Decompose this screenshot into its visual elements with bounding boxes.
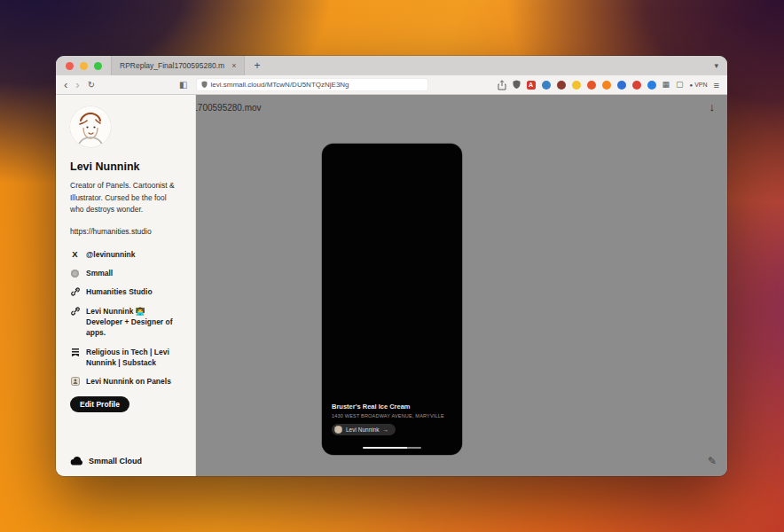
tab-bar: RPReplay_Final1700595280.m × + ▾ — [56, 56, 727, 75]
address-bar[interactable]: levi.smmall.cloud/MTcwN/DU5NTQzNjE3Ng — [196, 78, 428, 91]
footer-label: Smmall Cloud — [89, 457, 142, 466]
video-title: Bruster's Real Ice Cream — [332, 403, 455, 411]
metamask-icon[interactable] — [602, 81, 611, 90]
share-icon[interactable] — [498, 80, 506, 90]
panels-icon — [70, 377, 80, 387]
smmall-cloud-footer[interactable]: Smmall Cloud — [70, 457, 181, 466]
window-minimize-button[interactable] — [80, 62, 88, 70]
window-close-button[interactable] — [66, 62, 74, 70]
link-item-humanities[interactable]: Humanities Studio — [70, 286, 181, 297]
byline-name: Levi Nunnink — [346, 426, 380, 433]
media-viewer: RPReplay_Final1700595280.mov ↓ Bruster's… — [196, 95, 727, 476]
video-preview[interactable]: Bruster's Real Ice Cream 1430 WEST BROAD… — [322, 144, 462, 455]
link-item-x[interactable]: X @levinunnink — [70, 249, 181, 260]
link-label: Levi Nunnink 👨‍💻 Developer + Designer of… — [86, 306, 181, 339]
book-icon — [70, 347, 80, 356]
reload-button[interactable]: ↻ — [88, 81, 95, 90]
avatar — [70, 106, 111, 147]
link-label: Religious in Tech | Levi Nunnink | Subst… — [86, 347, 181, 369]
desktop: { "browser": { "tab_title": "RPReplay_Fi… — [0, 0, 784, 532]
browser-tab[interactable]: RPReplay_Final1700595280.m × — [111, 56, 245, 75]
byline-pill[interactable]: Levi Nunnink → — [332, 424, 396, 435]
browser-toolbar: ‹ › ↻ ◧ levi.smmall.cloud/MTcwN/DU5NTQzN… — [56, 75, 727, 95]
tab-overview-icon[interactable]: ▾ — [705, 56, 727, 75]
browser-window: RPReplay_Final1700595280.m × + ▾ ‹ › ↻ ◧… — [56, 56, 727, 476]
link-item-levi-site[interactable]: Levi Nunnink 👨‍💻 Developer + Designer of… — [70, 306, 181, 339]
back-button[interactable]: ‹ — [64, 79, 67, 90]
link-label: Smmall — [86, 268, 113, 278]
grid-icon[interactable]: ▦ — [662, 81, 670, 89]
traffic-lights — [56, 56, 111, 75]
download-icon[interactable]: ↓ — [710, 100, 716, 113]
brave-shield-icon[interactable] — [513, 80, 521, 90]
window-zoom-button[interactable] — [94, 62, 102, 70]
profile-bio: Creator of Panels. Cartoonist & Illustra… — [70, 180, 181, 216]
link-icon — [70, 287, 80, 297]
profile-sidebar: Levi Nunnink Creator of Panels. Cartooni… — [56, 95, 196, 476]
toolbar-right-cluster: A ▦ ▢ ● VPN ≡ — [498, 80, 719, 90]
extension-icon-orange[interactable] — [587, 81, 596, 90]
extension-icon-yellow[interactable] — [572, 81, 581, 90]
vpn-button[interactable]: ● VPN — [690, 82, 708, 88]
sidebar-toggle-icon[interactable]: ◧ — [179, 80, 187, 90]
link-item-substack[interactable]: Religious in Tech | Levi Nunnink | Subst… — [70, 347, 181, 369]
window-icon[interactable]: ▢ — [676, 81, 684, 89]
vpn-status-icon: ● — [690, 82, 694, 88]
vpn-label: VPN — [694, 82, 707, 88]
adguard-icon[interactable]: A — [527, 81, 536, 90]
edit-pencil-icon[interactable]: ✎ — [708, 455, 717, 467]
extension-icon-blue1[interactable] — [542, 81, 551, 90]
extension-icon-blue2[interactable] — [617, 81, 626, 90]
video-caption: Bruster's Real Ice Cream 1430 WEST BROAD… — [332, 403, 455, 437]
x-icon: X — [70, 249, 80, 259]
forward-button[interactable]: › — [75, 79, 79, 90]
byline-avatar — [334, 426, 342, 434]
tab-close-icon[interactable]: × — [231, 61, 236, 70]
extension-icon-maroon[interactable] — [557, 81, 566, 90]
extension-icon-red[interactable] — [632, 81, 641, 90]
link-label: Humanities Studio — [86, 286, 153, 297]
video-subtitle: 1430 WEST BROADWAY AVENUE, MARYVILLE — [332, 413, 455, 419]
smmall-icon — [70, 269, 80, 278]
extension-icon-blue3[interactable] — [647, 81, 656, 90]
profile-website-link[interactable]: https://humanities.studio — [70, 227, 181, 236]
edit-profile-button[interactable]: Edit Profile — [70, 396, 129, 412]
profile-links: X @levinunnink Smmall Humanities Studio — [70, 249, 181, 387]
page-content: Levi Nunnink Creator of Panels. Cartooni… — [56, 95, 727, 476]
link-label: @levinunnink — [86, 249, 136, 260]
arrow-right-icon: → — [383, 426, 389, 433]
link-icon — [70, 306, 80, 316]
video-scrubber[interactable] — [363, 447, 421, 449]
link-label: Levi Nunnink on Panels — [86, 376, 171, 387]
cloud-icon — [70, 457, 83, 466]
profile-name: Levi Nunnink — [70, 160, 181, 173]
menu-icon[interactable]: ≡ — [714, 80, 719, 90]
link-item-panels[interactable]: Levi Nunnink on Panels — [70, 376, 181, 387]
url-text: levi.smmall.cloud/MTcwN/DU5NTQzNjE3Ng — [211, 81, 349, 89]
link-item-smmall[interactable]: Smmall — [70, 268, 181, 278]
new-tab-button[interactable]: + — [245, 56, 269, 75]
site-shield-icon — [201, 81, 208, 89]
tab-title: RPReplay_Final1700595280.m — [120, 61, 224, 70]
